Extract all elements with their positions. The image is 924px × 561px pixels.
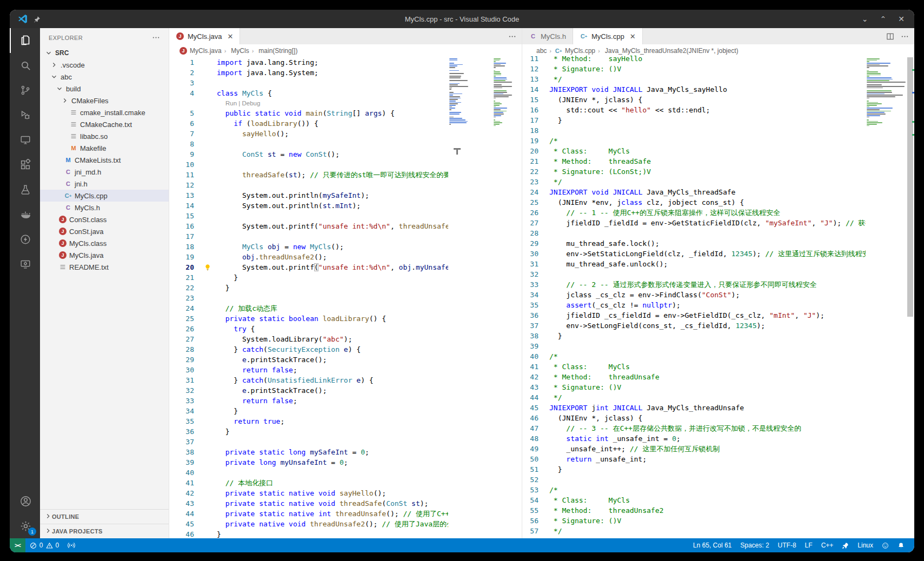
tree-item-jni_md.h[interactable]: Cjni_md.h [40, 166, 169, 178]
line-number[interactable]: 45 [522, 404, 545, 412]
line-number[interactable]: 14 [169, 202, 204, 210]
line-number[interactable]: 57 [522, 527, 545, 535]
code-line[interactable]: 27 jfieldID _fieldId = env->GetStaticFie… [522, 218, 866, 228]
status-problems[interactable]: 00 [25, 538, 63, 552]
line-number[interactable]: 11 [522, 55, 545, 63]
line-number[interactable]: 17 [169, 232, 204, 241]
tree-item-abc[interactable]: abc [40, 71, 169, 83]
line-number[interactable]: 2 [169, 69, 204, 77]
line-number[interactable]: 36 [169, 428, 204, 436]
code-line[interactable]: 38 private static long mySafeInt = 0; [169, 447, 448, 457]
tree-item-libabc.so[interactable]: libabc.so [40, 130, 169, 142]
line-number[interactable]: 44 [522, 393, 545, 402]
activity-run-debug[interactable] [10, 103, 40, 128]
line-number[interactable]: 46 [522, 414, 545, 422]
line-number[interactable]: 56 [522, 517, 545, 525]
panel-java-projects[interactable]: JAVA PROJECTS [40, 524, 169, 538]
line-number[interactable]: 4 [169, 89, 204, 97]
minimize-button[interactable]: ⌄ [862, 15, 868, 23]
code-line[interactable]: 21 } [169, 272, 448, 283]
line-number[interactable]: 51 [522, 465, 545, 473]
pin-icon[interactable] [34, 16, 41, 23]
line-number[interactable]: 33 [522, 280, 545, 289]
code-line[interactable]: 28 [522, 228, 866, 238]
code-line[interactable]: 12 * Signature: ()V [522, 64, 866, 74]
code-line[interactable]: 10 [169, 159, 448, 170]
line-number[interactable]: 6 [169, 119, 204, 128]
code-line[interactable]: 46 (JNIEnv *, jclass) { [522, 413, 866, 423]
close-tab-icon[interactable]: ✕ [228, 32, 234, 41]
tree-item-build[interactable]: build [40, 83, 169, 95]
tree-item-jni.h[interactable]: Cjni.h [40, 178, 169, 190]
tree-item-ConSt.class[interactable]: JConSt.class [40, 213, 169, 225]
code-line[interactable]: 39 private long myUnsafeInt = 0; [169, 457, 448, 468]
code-line[interactable]: 31 mu_thread_safe.unlock(); [522, 259, 866, 269]
status-feedback[interactable] [878, 538, 893, 552]
code-line[interactable]: 49 _unsafe_int++; // 这里不加任何互斥锁机制 [522, 444, 866, 454]
code-line[interactable]: 32 e.printStackTrace(); [169, 385, 448, 396]
status-java-status[interactable] [837, 538, 853, 552]
line-number[interactable]: 34 [522, 291, 545, 299]
code-line[interactable]: 28 } catch(SecurityException e) { [169, 344, 448, 355]
status-ports[interactable] [63, 538, 79, 552]
line-number[interactable]: 5 [169, 109, 204, 117]
code-line[interactable]: 22 } [169, 283, 448, 293]
line-number[interactable]: 55 [522, 506, 545, 515]
split-icon[interactable] [886, 32, 894, 41]
code-line[interactable]: 3 [169, 78, 448, 88]
activity-docker[interactable] [10, 202, 40, 227]
code-line[interactable]: 53/* [522, 485, 866, 495]
line-number[interactable]: 40 [169, 469, 204, 477]
tree-item-CMakeLists.txt[interactable]: MCMakeLists.txt [40, 154, 169, 166]
activity-testing[interactable] [10, 177, 40, 202]
ellipsis-icon[interactable] [152, 34, 160, 42]
line-number[interactable]: 15 [169, 212, 204, 220]
line-number[interactable]: 36 [522, 311, 545, 319]
code-line[interactable]: 24JNIEXPORT void JNICALL Java_MyCls_thre… [522, 187, 866, 197]
line-number[interactable]: 19 [522, 137, 545, 145]
code-line[interactable]: 23 [169, 293, 448, 303]
scrollbar-track[interactable] [907, 57, 914, 538]
line-number[interactable]: 27 [522, 219, 545, 227]
line-number[interactable]: 43 [522, 383, 545, 391]
code-line[interactable]: 17 [169, 231, 448, 242]
line-number[interactable]: 48 [522, 435, 545, 443]
tree-item-MyCls.class[interactable]: JMyCls.class [40, 237, 169, 249]
line-number[interactable]: 25 [169, 315, 204, 323]
status-indentation[interactable]: Spaces: 2 [736, 538, 773, 552]
line-number[interactable]: 14 [522, 85, 545, 94]
line-number[interactable]: 23 [522, 178, 545, 186]
line-number[interactable]: 22 [169, 284, 204, 292]
tree-item-SRC[interactable]: SRC [40, 47, 169, 59]
tab-MyCls.cpp[interactable]: C+MyCls.cpp✕ [573, 28, 643, 44]
code-line[interactable]: 16 System.out.printf("unsafe int:%d\n", … [169, 221, 448, 231]
code-line[interactable]: 19 obj.threadUnsafe2(); [169, 252, 448, 262]
activity-extensions[interactable] [10, 152, 40, 177]
panel-outline[interactable]: OUTLINE [40, 509, 169, 524]
code-line[interactable]: 37 [169, 437, 448, 447]
line-number[interactable]: 18 [169, 243, 204, 251]
code-line[interactable]: 35 return true; [169, 416, 448, 426]
line-number[interactable]: 32 [522, 270, 545, 278]
line-number[interactable]: 23 [169, 294, 204, 302]
code-line[interactable]: 29 e.printStackTrace(); [169, 355, 448, 365]
line-number[interactable]: 33 [169, 397, 204, 405]
code-line[interactable]: 6 if (loadLibrary()) { [169, 118, 448, 129]
line-number[interactable]: 41 [169, 479, 204, 487]
line-number[interactable]: 25 [522, 198, 545, 206]
ellipsis-icon[interactable] [901, 32, 909, 41]
status-eol[interactable]: LF [801, 538, 817, 552]
tree-item-CMakeFiles[interactable]: CMakeFiles [40, 95, 169, 106]
line-number[interactable]: 20 [169, 263, 204, 271]
code-line[interactable]: 13 System.out.println(mySafeInt); [169, 190, 448, 201]
code-line[interactable]: 30 return false; [169, 365, 448, 375]
code-line[interactable]: 57 */ [522, 526, 866, 536]
line-number[interactable]: 10 [169, 161, 204, 169]
line-number[interactable]: 24 [522, 188, 545, 196]
code-line[interactable]: 19/* [522, 136, 866, 146]
code-line[interactable]: 37 env->SetLongField(cons_st, _cs_fieldI… [522, 320, 866, 331]
code-line[interactable]: 8 [169, 139, 448, 149]
code-line[interactable]: 44 */ [522, 392, 866, 403]
code-line[interactable]: 46} [169, 529, 448, 538]
ellipsis-icon[interactable] [508, 32, 516, 41]
